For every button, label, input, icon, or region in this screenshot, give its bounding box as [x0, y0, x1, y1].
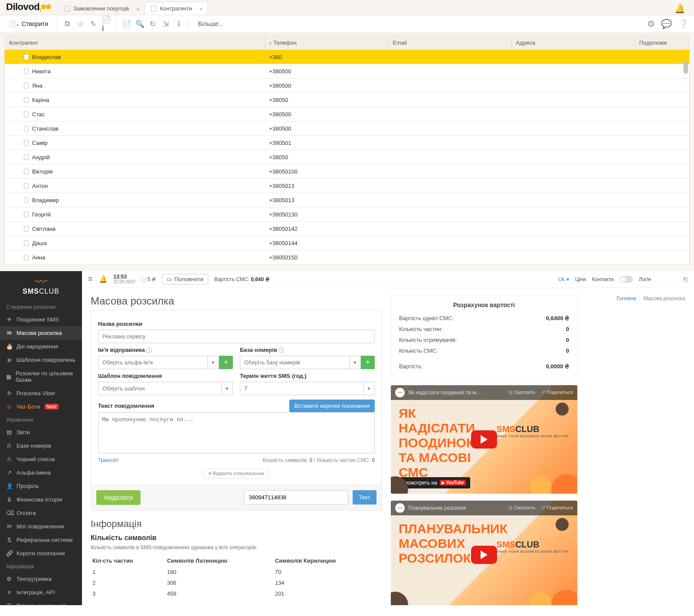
- sidebar-item[interactable]: ⇅Реферальна система: [0, 533, 82, 547]
- table-row[interactable]: Антон+3805013: [5, 179, 690, 193]
- edit-icon[interactable]: ✎: [88, 19, 98, 29]
- message-textarea[interactable]: [98, 412, 375, 453]
- close-icon[interactable]: ×: [199, 5, 203, 13]
- sidebar-item[interactable]: ☺Чат-БотиNew!: [0, 400, 82, 413]
- sidebar-item[interactable]: ⌫Оплата: [0, 506, 82, 520]
- sidebar-item[interactable]: ⎙Бази номерів: [0, 439, 82, 452]
- col-tax[interactable]: Податкови: [635, 36, 689, 50]
- bell-icon[interactable]: 🔔: [674, 3, 685, 14]
- test-button[interactable]: Тест: [353, 490, 376, 505]
- sidebar-item[interactable]: ⚠Чорний список: [0, 452, 82, 466]
- theme-toggle[interactable]: [620, 276, 633, 283]
- sidebar-item[interactable]: 🎂Дні народження: [0, 340, 82, 353]
- sidebar-item[interactable]: ▤Звіти: [0, 426, 82, 439]
- table-row[interactable]: Георгій+38050130: [5, 207, 690, 222]
- sidebar-item[interactable]: ✉Масова розсилка: [0, 326, 82, 340]
- template-select[interactable]: ▾: [98, 382, 233, 395]
- share-icon[interactable]: ↗ Поделиться: [541, 390, 573, 395]
- create-button[interactable]: 📄₊ Створити: [5, 19, 52, 29]
- sender-select[interactable]: ▾ +: [98, 356, 233, 369]
- contacts-link[interactable]: Контакти: [592, 276, 614, 282]
- table-row[interactable]: Анна+38050150: [5, 250, 690, 265]
- mailing-name-input[interactable]: [98, 330, 375, 343]
- test-number-input[interactable]: [244, 490, 349, 505]
- watch-later-icon[interactable]: ◷ Смотреть: [508, 505, 535, 511]
- sidebar-item[interactable]: 🔗Короткі посилання: [0, 547, 82, 560]
- col-phone[interactable]: Телефон: [265, 36, 388, 50]
- login-link[interactable]: Логін: [639, 276, 651, 282]
- prices-link[interactable]: Ціни: [575, 276, 586, 282]
- table-row[interactable]: Каріна+38050: [5, 93, 690, 107]
- table-row[interactable]: Вікторія+38050100: [5, 164, 690, 179]
- info-icon[interactable]: i: [278, 347, 284, 353]
- play-icon[interactable]: [471, 430, 497, 449]
- insert-short-link-button[interactable]: Вставити коротке посилання: [289, 400, 375, 412]
- watch-later-icon[interactable]: ◷ Смотреть: [508, 390, 535, 395]
- send-button[interactable]: Надіслати: [96, 490, 141, 505]
- doc-search-icon[interactable]: 📄: [122, 19, 131, 29]
- video-tutorial-2[interactable]: 〰 Планувальник розсилок ◷ Смотреть ↗ Под…: [391, 501, 577, 605]
- ttl-select[interactable]: ▾: [240, 382, 375, 395]
- topup-button[interactable]: ▭Поповнити: [162, 274, 208, 285]
- chat-icon[interactable]: 💬: [661, 19, 672, 29]
- table-row[interactable]: Самір+380501: [5, 136, 690, 150]
- sender-input[interactable]: [98, 356, 208, 369]
- table-row[interactable]: Владислав+380: [5, 50, 690, 64]
- video-tutorial-1[interactable]: 〰 Як надіслати поодинокі та м… ◷ Смотрет…: [391, 385, 577, 494]
- col-name[interactable]: Контрагент: [5, 36, 265, 50]
- menu-icon[interactable]: ≡: [88, 275, 93, 284]
- export-icon[interactable]: ⇲: [161, 19, 170, 29]
- sidebar-item[interactable]: ≣Шаблони повідомлень: [0, 353, 82, 367]
- sliders-icon[interactable]: ⚙: [647, 19, 655, 29]
- contractors-table[interactable]: Контрагент Телефон Email Адреса Податков…: [4, 36, 690, 265]
- breadcrumb-home[interactable]: Головна: [616, 295, 636, 301]
- sidebar-item[interactable]: ↻Розсилка Viber: [0, 387, 82, 400]
- table-row[interactable]: Владимир+3805013: [5, 193, 690, 207]
- sidebar-item[interactable]: $Фінансова історія: [0, 493, 82, 506]
- table-row[interactable]: Андрій+38050: [5, 150, 690, 164]
- info-icon[interactable]: i: [146, 347, 152, 353]
- sidebar-item[interactable]: ≡Інтеграція, API: [0, 586, 82, 599]
- sidebar-item[interactable]: 👤Профіль: [0, 479, 82, 493]
- add-base-button[interactable]: +: [361, 356, 375, 369]
- col-email[interactable]: Email: [388, 36, 511, 50]
- sidebar-item[interactable]: ▦Розсилки по цільовим базам: [0, 367, 82, 387]
- base-input[interactable]: [240, 356, 350, 369]
- table-row[interactable]: Стас+380500: [5, 107, 690, 121]
- logout-icon[interactable]: ⎋: [683, 275, 688, 284]
- col-address[interactable]: Адреса: [511, 36, 635, 50]
- template-input[interactable]: [98, 382, 222, 395]
- sidebar-item[interactable]: ⚙Техпідтримка: [0, 572, 82, 586]
- open-planner-button[interactable]: ▾ Відкрити планувальник: [204, 469, 269, 478]
- chevron-down-icon[interactable]: ▾: [350, 356, 361, 369]
- table-row[interactable]: Світлана+38050142: [5, 222, 690, 236]
- sidebar-item[interactable]: ✉Мої повідомлення: [0, 520, 82, 533]
- play-icon[interactable]: [471, 546, 497, 564]
- copy-icon[interactable]: ⧉: [62, 19, 72, 29]
- sidebar-item[interactable]: ☰Відгуки, пропозиції: [0, 599, 82, 605]
- help-icon[interactable]: ❔: [678, 19, 689, 29]
- table-row[interactable]: Даша+38050144: [5, 236, 690, 250]
- vertical-scrollbar[interactable]: [684, 61, 688, 74]
- base-select[interactable]: ▾ +: [240, 356, 375, 369]
- tab-contractors[interactable]: Контрагенти ×: [144, 2, 207, 15]
- table-row[interactable]: Яна+380500: [5, 79, 690, 93]
- settings-doc-icon[interactable]: 📄ℹ: [101, 19, 111, 29]
- translit-link[interactable]: Трансліт: [98, 457, 119, 463]
- download-icon[interactable]: ⇩: [174, 19, 183, 29]
- table-row[interactable]: Никита+380500: [5, 64, 690, 79]
- chevron-down-icon[interactable]: ▾: [363, 382, 375, 395]
- table-row[interactable]: Станіслав+380500: [5, 121, 690, 136]
- star-icon[interactable]: ☆: [75, 19, 85, 29]
- bell-icon[interactable]: 🔔: [99, 275, 108, 283]
- add-sender-button[interactable]: +: [219, 356, 233, 369]
- share-icon[interactable]: ↗ Поделиться: [541, 505, 573, 511]
- lang-selector[interactable]: Uk▾: [558, 276, 569, 282]
- more-button[interactable]: Більше...: [198, 20, 223, 27]
- tab-orders[interactable]: Замовлення покупців ×: [58, 2, 145, 15]
- sidebar-item[interactable]: ✈Поодиноке SMS: [0, 313, 82, 326]
- search-icon[interactable]: 🔍: [135, 19, 144, 29]
- chevron-down-icon[interactable]: ▾: [222, 382, 233, 395]
- sidebar-item[interactable]: ↗Альфа-імена: [0, 466, 82, 479]
- close-icon[interactable]: ×: [136, 5, 140, 13]
